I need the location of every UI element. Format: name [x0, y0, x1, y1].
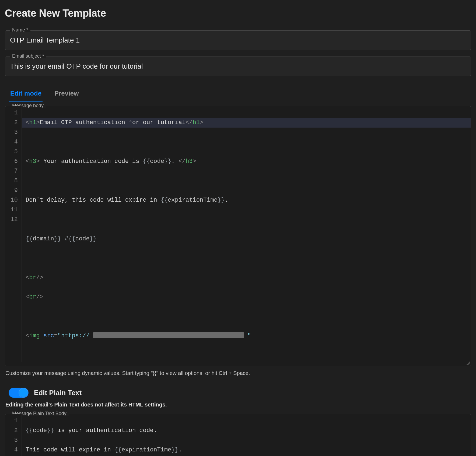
name-field: Name *: [5, 30, 471, 50]
plain-code-editor[interactable]: 1 2 3 4 {{code}} is your authentication …: [5, 414, 471, 456]
html-code-editor[interactable]: 1 2 3 4 5 6 7 8 9 10 11 12 <h1>Email OTP…: [5, 106, 471, 366]
resize-handle-icon[interactable]: [466, 361, 470, 365]
tab-edit-mode[interactable]: Edit mode: [9, 87, 43, 102]
tab-preview[interactable]: Preview: [53, 87, 80, 102]
html-code-area[interactable]: <h1>Email OTP authentication for our tut…: [22, 106, 471, 362]
page-title: Create New Template: [5, 8, 471, 19]
message-body-editor: Message body 1 2 3 4 5 6 7 8 9 10 11 12 …: [5, 106, 471, 366]
plain-text-note: Editing the email's Plain Text does not …: [5, 402, 471, 408]
subject-field: Email subject *: [5, 57, 471, 76]
plain-code-area[interactable]: {{code}} is your authentication code. Th…: [22, 414, 471, 456]
plain-text-toggle-row: Edit Plain Text: [9, 388, 471, 398]
name-input[interactable]: [5, 31, 471, 50]
subject-input[interactable]: [5, 57, 471, 76]
message-body-helper: Customize your message using dynamic val…: [5, 370, 471, 376]
plain-gutter: 1 2 3 4: [5, 414, 22, 456]
plain-text-toggle-label: Edit Plain Text: [34, 389, 82, 397]
subject-label: Email subject *: [10, 54, 46, 58]
create-template-form: Create New Template Name * Email subject…: [0, 0, 476, 456]
plain-text-toggle[interactable]: [9, 388, 29, 398]
plain-text-editor: Message Plain Text Body 1 2 3 4 {{code}}…: [5, 414, 471, 456]
toggle-knob: [19, 388, 28, 397]
editor-tabs: Edit mode Preview: [5, 87, 471, 102]
html-gutter: 1 2 3 4 5 6 7 8 9 10 11 12: [5, 106, 22, 362]
name-label: Name *: [10, 27, 30, 32]
